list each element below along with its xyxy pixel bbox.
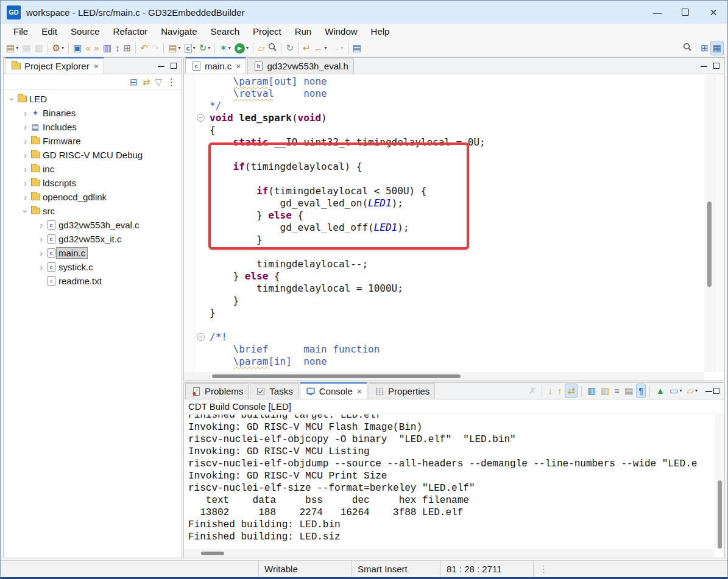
last-edit-location-button[interactable]: ↵ xyxy=(301,41,313,55)
undo-button[interactable]: ↶ xyxy=(138,41,150,55)
view-tab-tasks[interactable]: Tasks xyxy=(250,383,298,399)
tree-item-gd32vw553h-eval-c[interactable]: ›cgd32vw553h_eval.c xyxy=(4,218,182,232)
minimize-editor-button[interactable] xyxy=(701,65,707,67)
tab-project-explorer[interactable]: Project Explorer × xyxy=(5,57,104,74)
tree-item-ldscripts[interactable]: ›ldscripts xyxy=(4,176,182,190)
link-with-editor-button[interactable]: ⇄ xyxy=(141,75,152,89)
fold-marker-icon[interactable]: − xyxy=(197,333,205,341)
menu-edit[interactable]: Edit xyxy=(35,24,64,40)
menu-help[interactable]: Help xyxy=(364,24,397,40)
view-tab-console[interactable]: Console× xyxy=(300,382,367,399)
tree-item-binaries[interactable]: ›✦Binaries xyxy=(4,106,182,120)
close-tab-icon[interactable]: × xyxy=(236,61,241,71)
menu-source[interactable]: Source xyxy=(64,24,107,40)
show-on-stdout-button[interactable]: ▥ xyxy=(599,384,611,398)
view-menu-button[interactable]: ⋮ xyxy=(165,75,178,89)
console-vertical-scrollbar[interactable] xyxy=(715,415,724,549)
tree-item-includes[interactable]: ›▤Includes xyxy=(4,120,182,134)
open-chart-button[interactable]: ▲ xyxy=(654,384,666,398)
view-tab-problems[interactable]: Problems xyxy=(185,383,249,399)
scroll-to-top-button[interactable]: ↑ xyxy=(556,384,564,398)
new-wizard-button[interactable]: ▤▾ xyxy=(4,41,20,55)
code-editor[interactable]: \param[out] none \retval none*/−void led… xyxy=(184,75,704,372)
refresh-button[interactable]: ↻ xyxy=(284,41,295,55)
expand-icon[interactable]: › xyxy=(21,122,30,132)
collapse-all-button[interactable]: ⊟ xyxy=(128,75,140,89)
open-perspective-button[interactable]: ⊞ xyxy=(699,41,710,55)
editor-vertical-scrollbar[interactable] xyxy=(704,75,715,372)
inspect-button[interactable] xyxy=(266,41,278,55)
expand-icon[interactable]: › xyxy=(37,220,46,230)
filter-button[interactable]: ▽ xyxy=(153,75,164,89)
copy-console-button[interactable]: ▤ xyxy=(623,384,635,398)
pin-console-button[interactable]: ▥ xyxy=(585,384,598,398)
console-horizontal-scrollbar[interactable] xyxy=(184,549,715,558)
expand-icon[interactable]: › xyxy=(21,192,30,202)
expand-icon[interactable]: › xyxy=(21,164,30,174)
editor-horizontal-scrollbar[interactable] xyxy=(184,372,704,381)
collapse-icon[interactable]: › xyxy=(7,94,17,104)
close-window-button[interactable]: × xyxy=(699,1,727,24)
expand-icon[interactable]: › xyxy=(37,248,46,258)
close-tab-icon[interactable]: × xyxy=(357,387,362,396)
tree-item-openocd-gdlink[interactable]: ›openocd_gdlink xyxy=(4,190,182,204)
minimize-console-button[interactable] xyxy=(705,390,712,392)
tree-item-src[interactable]: ›src xyxy=(4,204,182,218)
fold-marker-icon[interactable]: − xyxy=(197,114,205,122)
display-console-button[interactable]: ▭▾ xyxy=(668,384,684,398)
tree-item-gd32vw55x-it-c[interactable]: ›cgd32vw55x_it.c xyxy=(4,232,182,246)
menu-file[interactable]: File xyxy=(7,24,35,40)
menu-refactor[interactable]: Refactor xyxy=(107,24,155,40)
maximize-window-button[interactable] xyxy=(671,1,699,24)
editor-tab-gd32vw553h-eval-h[interactable]: hgd32vw553h_eval.h xyxy=(247,58,353,74)
view-tab-properties[interactable]: Properties xyxy=(369,383,435,399)
collapse-icon[interactable]: › xyxy=(21,206,30,216)
editor-tab-main-c[interactable]: cmain.c× xyxy=(185,57,246,74)
maximize-editor-button[interactable] xyxy=(713,63,719,69)
menu-window[interactable]: Window xyxy=(318,24,364,40)
back-button[interactable]: ←▾ xyxy=(313,41,329,55)
next-marker-button[interactable]: » xyxy=(93,41,101,55)
restore-history-button[interactable]: ↻▾ xyxy=(197,41,213,55)
maximize-console-button[interactable] xyxy=(713,388,719,394)
pin-editor-button[interactable]: ▤ xyxy=(351,41,363,55)
memory-view-button[interactable]: ▥ xyxy=(101,41,113,55)
menu-run[interactable]: Run xyxy=(288,24,319,40)
run-button[interactable]: ▶▾ xyxy=(233,41,250,55)
expand-icon[interactable]: › xyxy=(21,150,30,160)
expand-icon[interactable]: › xyxy=(37,262,46,272)
tree-item-readme-txt[interactable]: ≡readme.txt xyxy=(4,274,182,288)
maximize-explorer-button[interactable] xyxy=(171,63,177,69)
tree-item-gd-risc-v-mcu-debug[interactable]: ›GD RISC-V MCU Debug xyxy=(4,148,182,162)
clear-console-button[interactable]: ≡ xyxy=(612,384,621,398)
tree-item-led[interactable]: ›LED xyxy=(4,92,182,106)
build-button[interactable]: ⚙▾ xyxy=(51,41,66,55)
expand-icon[interactable]: › xyxy=(21,136,30,146)
scroll-lock-button[interactable]: ⇄ xyxy=(565,384,578,398)
flash-download-button[interactable]: ✶▾ xyxy=(217,41,233,55)
build-all-button[interactable]: ⊞ xyxy=(122,41,133,55)
open-console-button[interactable]: ▱▾ xyxy=(685,384,699,398)
console-output[interactable]: Finished building target: LED.elfInvokin… xyxy=(184,415,715,549)
expand-icon[interactable]: › xyxy=(21,108,30,118)
close-explorer-icon[interactable]: × xyxy=(94,61,99,71)
tree-item-firmware[interactable]: ›Firmware xyxy=(4,134,182,148)
minimize-explorer-button[interactable] xyxy=(158,65,164,67)
new-c-file-button[interactable]: c▾ xyxy=(183,41,197,55)
search-button[interactable] xyxy=(681,41,693,55)
minimize-window-button[interactable]: — xyxy=(643,1,671,24)
tree-item-systick-c[interactable]: ›csystick.c xyxy=(4,260,182,274)
expand-icon[interactable]: › xyxy=(37,234,46,244)
c-cpp-perspective-button[interactable]: ▦ xyxy=(710,41,724,55)
expand-icon[interactable]: › xyxy=(21,178,30,188)
menu-search[interactable]: Search xyxy=(203,24,246,40)
previous-marker-button[interactable]: « xyxy=(83,41,92,55)
open-resource-button[interactable]: ▱ xyxy=(256,41,267,55)
scroll-to-bottom-button[interactable]: ↓ xyxy=(546,384,554,398)
menu-navigate[interactable]: Navigate xyxy=(154,24,203,40)
tree-item-main-c[interactable]: ›cmain.c xyxy=(4,246,182,260)
settings-sliders-button[interactable]: ↕ xyxy=(113,41,122,55)
word-wrap-button[interactable]: ¶ xyxy=(636,384,646,398)
tree-item-inc[interactable]: ›inc xyxy=(4,162,182,176)
menu-project[interactable]: Project xyxy=(246,24,288,40)
